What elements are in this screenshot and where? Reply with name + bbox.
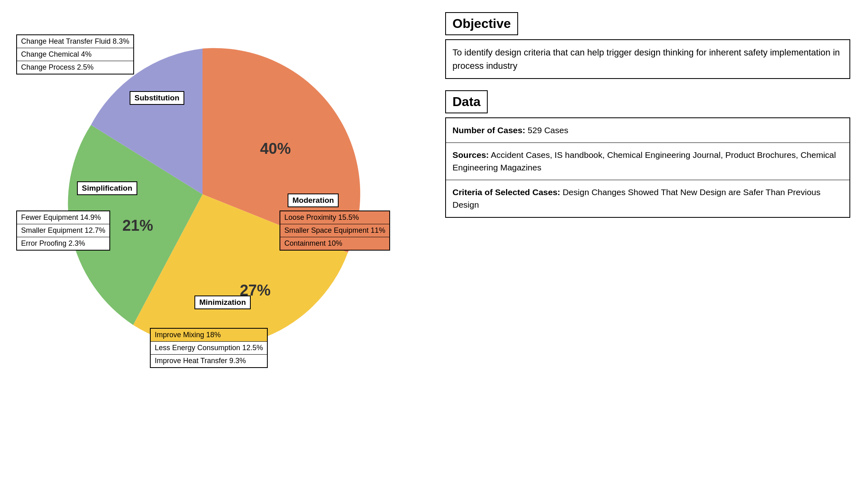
- sources-label: Sources:: [452, 150, 489, 159]
- minimization-callout: Improve Mixing 18% Less Energy Consumpti…: [150, 328, 268, 368]
- label-simplification: Simplification: [77, 181, 137, 195]
- label-substitution: Substitution: [130, 91, 184, 105]
- data-title-box: Data: [445, 90, 488, 113]
- sub-moderation-2: Smaller Space Equipment 11%: [280, 224, 389, 237]
- cases-label: Number of Cases:: [452, 125, 525, 135]
- sub-moderation-3: Containment 10%: [280, 237, 389, 250]
- simplification-callout: Fewer Equipment 14.9% Smaller Equipment …: [16, 211, 110, 251]
- data-table: Number of Cases: 529 Cases Sources: Acci…: [445, 117, 850, 218]
- sub-simplification-3: Error Proofing 2.3%: [17, 237, 109, 250]
- sub-simplification-1: Fewer Equipment 14.9%: [17, 211, 109, 224]
- objective-title-box: Objective: [445, 12, 518, 35]
- pct-moderation: 40%: [260, 140, 291, 157]
- pct-simplification: 21%: [122, 217, 153, 234]
- data-row-sources: Sources: Accident Cases, IS handbook, Ch…: [446, 143, 849, 180]
- sub-minimization-2: Less Energy Consumption 12.5%: [151, 342, 267, 355]
- label-minimization: Minimization: [194, 296, 251, 309]
- sub-substitution-1: Change Heat Transfer Fluid 8.3%: [17, 35, 133, 48]
- sub-minimization-3: Improve Heat Transfer 9.3%: [151, 355, 267, 367]
- pie-chart-area: 40% 27% 21% 12% Substitution Simplificat…: [12, 12, 437, 498]
- sub-substitution-2: Change Chemical 4%: [17, 48, 133, 61]
- objective-text: To identify design criteria that can hel…: [445, 39, 850, 79]
- cases-value: 529 Cases: [525, 125, 568, 135]
- objective-title: Objective: [452, 16, 511, 31]
- data-row-criteria: Criteria of Selected Cases: Design Chang…: [446, 180, 849, 217]
- data-row-cases: Number of Cases: 529 Cases: [446, 118, 849, 143]
- data-title: Data: [452, 94, 480, 109]
- sub-simplification-2: Smaller Equipment 12.7%: [17, 224, 109, 237]
- moderation-callout: Loose Proximity 15.5% Smaller Space Equi…: [280, 211, 390, 251]
- criteria-label: Criteria of Selected Cases:: [452, 187, 560, 197]
- sub-substitution-3: Change Process 2.5%: [17, 61, 133, 74]
- sources-value: Accident Cases, IS handbook, Chemical En…: [452, 150, 836, 172]
- right-panel: Objective To identify design criteria th…: [445, 12, 850, 218]
- pct-substitution: 12%: [155, 116, 186, 133]
- sub-moderation-1: Loose Proximity 15.5%: [280, 211, 389, 224]
- substitution-callout: Change Heat Transfer Fluid 8.3% Change C…: [16, 34, 134, 74]
- label-moderation: Moderation: [288, 194, 339, 207]
- sub-minimization-1: Improve Mixing 18%: [151, 329, 267, 342]
